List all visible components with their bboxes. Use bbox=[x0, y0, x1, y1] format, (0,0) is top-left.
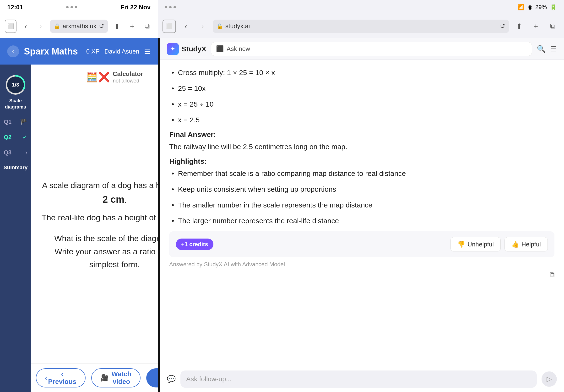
solution-steps-list: Cross multiply: 1 × 25 = 10 × x 25 = 10x… bbox=[169, 67, 554, 126]
follow-up-input[interactable]: Ask follow-up... bbox=[180, 370, 537, 388]
right-lock-icon: 🔒 bbox=[217, 23, 223, 29]
studyx-logo-text: StudyX bbox=[182, 45, 206, 53]
highlights-list: Remember that scale is a ratio comparing… bbox=[169, 168, 554, 227]
time-display: 12:01 bbox=[7, 4, 23, 11]
studyx-content: Cross multiply: 1 × 25 = 10 × x 25 = 10x… bbox=[160, 60, 564, 366]
studyx-panel: ✦ StudyX ⬛ Ask new 🔍 ☰ Cross multiply: 1… bbox=[160, 38, 564, 392]
three-dots bbox=[66, 6, 77, 8]
left-url: arxmaths.uk bbox=[63, 22, 96, 30]
tabs-icon[interactable]: ⧉ bbox=[141, 20, 153, 33]
share-icon[interactable]: ⬆ bbox=[111, 20, 123, 33]
feedback-buttons: 👎 Unhelpful 👍 Helpful bbox=[451, 237, 548, 252]
sparx-header: ‹ Sparx Maths 0 XP David Asuen ☰ bbox=[0, 38, 158, 65]
calculator-notice: 🧮❌ Calculator not allowed bbox=[31, 65, 158, 86]
q2-label: Q2 bbox=[4, 134, 12, 140]
highlight-3: The smaller number in the scale represen… bbox=[169, 199, 554, 211]
date-display: Fri 22 Nov bbox=[121, 4, 151, 11]
unhelpful-label: Unhelpful bbox=[468, 241, 494, 248]
sparx-panel: ‹ Sparx Maths 0 XP David Asuen ☰ 1/3 bbox=[0, 38, 158, 392]
q1-flag-icon: 🏴 bbox=[20, 119, 27, 125]
back-chevron-icon: ‹ bbox=[12, 48, 14, 55]
thumbs-down-icon: 👎 bbox=[457, 241, 465, 248]
studyx-header-icons: 🔍 ☰ bbox=[537, 45, 557, 53]
credits-feedback-bar: +1 credits 👎 Unhelpful 👍 Helpful bbox=[169, 231, 554, 257]
main-container: ‹ Sparx Maths 0 XP David Asuen ☰ 1/3 bbox=[0, 38, 564, 392]
wifi-icon: 📶 bbox=[517, 4, 524, 11]
highlight-2: Keep units consistent when setting up pr… bbox=[169, 183, 554, 195]
highlight-4: The larger number represents the real-li… bbox=[169, 215, 554, 227]
previous-chevron-icon: ‹ bbox=[45, 374, 47, 382]
right-tabs-icon[interactable]: ⧉ bbox=[546, 20, 559, 33]
ask-new-icon: ⬛ bbox=[216, 45, 224, 53]
panel-divider bbox=[158, 38, 160, 392]
reload-icon[interactable]: ↺ bbox=[99, 22, 104, 30]
battery-display: 29% bbox=[535, 4, 547, 11]
unhelpful-button[interactable]: 👎 Unhelpful bbox=[451, 237, 501, 252]
right-three-dots bbox=[165, 6, 176, 8]
chat-icon: 💬 bbox=[167, 375, 176, 383]
sidebar-item-q1[interactable]: Q1 🏴 bbox=[0, 114, 31, 129]
previous-label: ‹ Previous bbox=[48, 370, 76, 386]
calculator-text: Calculator not allowed bbox=[113, 70, 143, 84]
step-2: 25 = 10x bbox=[169, 83, 554, 94]
send-button[interactable]: ▷ bbox=[542, 371, 557, 387]
q3-label: Q3 bbox=[4, 149, 12, 156]
follow-up-placeholder: Ask follow-up... bbox=[186, 375, 232, 383]
studyx-logo-icon: ✦ bbox=[167, 43, 179, 55]
lock-icon: 🔒 bbox=[54, 23, 60, 29]
question-area: 🧮❌ Calculator not allowed A scale diagra… bbox=[31, 65, 158, 392]
highlight-1: Remember that scale is a ratio comparing… bbox=[169, 168, 554, 179]
watch-video-label: Watch video bbox=[112, 370, 131, 386]
progress-circle-container: 1/3 Scale diagrams bbox=[0, 69, 31, 114]
menu-icon[interactable]: ☰ bbox=[550, 45, 557, 53]
add-tab-icon[interactable]: ＋ bbox=[126, 20, 138, 33]
previous-button[interactable]: ‹ ‹ Previous bbox=[36, 368, 85, 388]
sidebar-item-q2[interactable]: Q2 ✓ bbox=[0, 129, 31, 145]
right-reload-icon[interactable]: ↺ bbox=[500, 22, 505, 30]
right-add-tab-icon[interactable]: ＋ bbox=[529, 20, 542, 33]
answer-button[interactable]: Answer bbox=[146, 368, 158, 388]
credits-badge: +1 credits bbox=[176, 238, 213, 250]
step-3: x = 25 ÷ 10 bbox=[169, 98, 554, 110]
step-4: x = 2.5 bbox=[169, 114, 554, 126]
battery-icon: 🔋 bbox=[550, 4, 557, 11]
sparx-xp: 0 XP bbox=[86, 48, 100, 55]
left-tab-icon[interactable]: ⬜ bbox=[5, 20, 16, 33]
search-icon[interactable]: 🔍 bbox=[537, 45, 546, 53]
sparx-menu-icon[interactable]: ☰ bbox=[144, 47, 151, 56]
helpful-button[interactable]: 👍 Helpful bbox=[505, 237, 548, 252]
signal-icon: ◉ bbox=[527, 4, 533, 11]
ask-new-label: Ask new bbox=[227, 45, 250, 53]
helpful-label: Helpful bbox=[522, 241, 541, 248]
question-line-1: A scale diagram of a dog has a height of… bbox=[41, 179, 158, 207]
value-2cm: 2 cm bbox=[103, 194, 124, 205]
right-forward-button[interactable]: › bbox=[196, 20, 209, 33]
status-icons: 📶 ◉ 29% 🔋 bbox=[517, 4, 557, 11]
left-back-button[interactable]: ‹ bbox=[20, 20, 31, 33]
right-back-button[interactable]: ‹ bbox=[179, 20, 193, 33]
thumbs-up-icon: 👍 bbox=[511, 241, 519, 248]
step-1: Cross multiply: 1 × 25 = 10 × x bbox=[169, 67, 554, 78]
right-address-bar[interactable]: 🔒 studyx.ai ↺ bbox=[213, 20, 509, 33]
sidebar-item-q3[interactable]: Q3 › bbox=[0, 145, 31, 160]
sidebar-summary[interactable]: Summary bbox=[0, 160, 31, 175]
final-answer-label: Final Answer: bbox=[169, 130, 554, 139]
question-bottom-bar: ‹ ‹ Previous 🎥 Watch video Answer bbox=[31, 363, 158, 392]
copy-icon[interactable]: ⧉ bbox=[550, 271, 554, 279]
studyx-logo: ✦ StudyX bbox=[167, 43, 206, 55]
left-forward-button[interactable]: › bbox=[35, 20, 47, 33]
right-share-icon[interactable]: ⬆ bbox=[512, 20, 526, 33]
left-address-bar[interactable]: 🔒 arxmaths.uk ↺ bbox=[50, 20, 108, 33]
progress-label: 1/3 bbox=[12, 82, 19, 88]
left-browser-bar: ⬜ ‹ › 🔒 arxmaths.uk ↺ ⬆ ＋ ⧉ bbox=[0, 14, 158, 38]
watch-video-button[interactable]: 🎥 Watch video bbox=[91, 368, 140, 388]
topic-name: Scale diagrams bbox=[0, 96, 31, 112]
question-text-block: A scale diagram of a dog has a height of… bbox=[31, 86, 158, 363]
sparx-sidebar: 1/3 Scale diagrams Q1 🏴 Q2 ✓ Q3 › Summar… bbox=[0, 65, 31, 392]
send-icon: ▷ bbox=[547, 375, 552, 383]
sparx-back-button[interactable]: ‹ bbox=[7, 45, 19, 57]
q1-label: Q1 bbox=[4, 119, 12, 125]
right-tab-icon[interactable]: ⬜ bbox=[163, 20, 176, 33]
q3-chevron-icon: › bbox=[25, 149, 27, 156]
ask-new-bar[interactable]: ⬛ Ask new bbox=[211, 42, 532, 56]
